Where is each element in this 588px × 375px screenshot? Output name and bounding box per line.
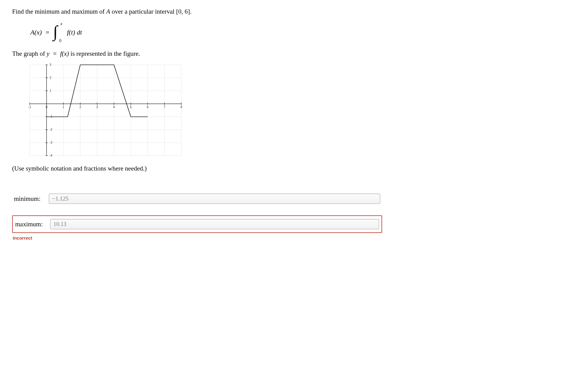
question-prompt: Find the minimum and maximum of A over a… (12, 7, 382, 16)
prompt-var: A (106, 8, 110, 15)
svg-text:2: 2 (50, 76, 52, 79)
svg-text:2: 2 (79, 105, 81, 109)
integral-lower: 0 (59, 38, 61, 43)
integral-symbol: ∫ x 0 (53, 23, 63, 41)
svg-text:-4: -4 (50, 154, 52, 157)
svg-text:3: 3 (96, 105, 98, 109)
prompt-text-mid: over a particular interval (110, 8, 176, 15)
svg-text:0: 0 (46, 105, 48, 109)
svg-text:7: 7 (164, 105, 166, 109)
feedback-incorrect: Incorrect (13, 235, 382, 241)
svg-text:1: 1 (50, 89, 52, 92)
graph-sentence: The graph of y = f(x) is represented in … (12, 50, 382, 58)
prompt-interval: [0, 6]. (176, 8, 192, 15)
svg-text:4: 4 (113, 105, 115, 109)
svg-text:1: 1 (62, 105, 64, 109)
maximum-input[interactable] (50, 219, 379, 229)
graph-sentence-prefix: The graph of (12, 50, 47, 57)
minimum-input[interactable] (49, 194, 380, 204)
graph-equation: y = f(x) (47, 50, 69, 57)
svg-text:-1: -1 (29, 105, 31, 109)
integral-upper: x (60, 22, 62, 26)
svg-text:5: 5 (130, 105, 132, 109)
minimum-label: minimum: (14, 195, 49, 203)
formula: A(x) = ∫ x 0 f(t) dt (30, 23, 382, 41)
svg-text:8: 8 (180, 105, 182, 109)
svg-text:-3: -3 (50, 141, 52, 144)
maximum-label: maximum: (15, 221, 50, 228)
formula-integrand: f(t) dt (65, 28, 82, 36)
minimum-row: minimum: (12, 191, 382, 207)
function-chart: -1012345678-4-3-2-1123 (27, 62, 184, 159)
svg-text:6: 6 (147, 105, 149, 109)
input-hint: (Use symbolic notation and fractions whe… (12, 165, 382, 172)
graph-sentence-suffix: is represented in the figure. (69, 50, 140, 57)
svg-text:-2: -2 (50, 128, 52, 131)
formula-lhs: A(x) = (30, 28, 51, 36)
prompt-text-prefix: Find the minimum and maximum of (12, 8, 106, 15)
svg-text:3: 3 (50, 63, 52, 66)
maximum-row: maximum: (12, 215, 382, 233)
